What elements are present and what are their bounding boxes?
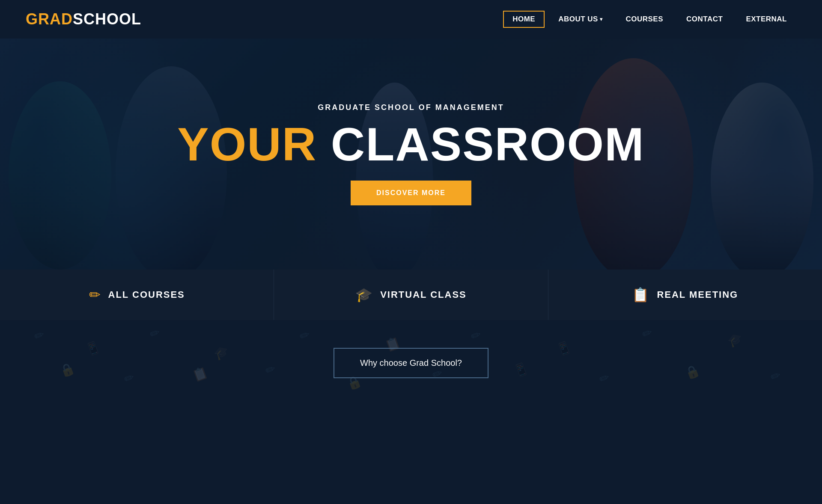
logo-grad: GRAD — [26, 10, 73, 28]
nav-item-about[interactable]: ABOUT US ▾ — [549, 11, 612, 28]
deco-icon-2: 📱 — [83, 339, 102, 358]
graduation-cap-icon: 🎓 — [355, 287, 372, 303]
deco-icon-3: ✏ — [148, 325, 162, 342]
chevron-down-icon: ▾ — [600, 16, 603, 22]
nav-item-external[interactable]: EXTERNAL — [736, 11, 796, 28]
nav-link-courses[interactable]: COURSES — [616, 11, 673, 28]
deco-icon-19: 🔒 — [683, 363, 702, 381]
deco-icon-7: ✏ — [469, 327, 483, 344]
feature-card-virtual-class[interactable]: 🎓 VIRTUAL CLASS — [274, 270, 548, 320]
nav-link-about[interactable]: ABOUT US ▾ — [549, 11, 612, 28]
deco-icon-17: 📱 — [512, 361, 530, 379]
all-courses-label: ALL COURSES — [108, 289, 185, 300]
nav-item-contact[interactable]: CONTACT — [677, 11, 732, 28]
nav-link-external[interactable]: EXTERNAL — [736, 11, 796, 28]
hero-title-classroom: CLASSROOM — [331, 118, 645, 170]
deco-icon-18: ✏ — [597, 370, 611, 387]
navbar: GRAD SCHOOL HOME ABOUT US ▾ COURSES CONT… — [0, 0, 822, 39]
hero-title: YOUR CLASSROOM — [177, 121, 644, 168]
deco-icon-1: ✏ — [32, 327, 46, 344]
deco-icon-5: ✏ — [298, 327, 312, 344]
hero-content: GRADUATE SCHOOL OF MANAGEMENT YOUR CLASS… — [177, 103, 644, 205]
discover-more-button[interactable]: DISCOVER MORE — [351, 181, 471, 205]
logo-school: SCHOOL — [73, 10, 141, 28]
feature-cards-row: ✏ ALL COURSES 🎓 VIRTUAL CLASS 📋 REAL MEE… — [0, 270, 822, 320]
virtual-class-label: VIRTUAL CLASS — [380, 289, 467, 300]
nav-link-home[interactable]: HOME — [503, 11, 545, 28]
site-logo[interactable]: GRAD SCHOOL — [26, 10, 141, 28]
hero-section: GRADUATE SCHOOL OF MANAGEMENT YOUR CLASS… — [0, 39, 822, 270]
deco-icon-10: 🎓 — [726, 331, 745, 349]
why-choose-button[interactable]: Why choose Grad School? — [334, 348, 488, 378]
deco-icon-8: 📱 — [554, 339, 573, 358]
deco-icon-13: 📋 — [191, 365, 209, 383]
nav-item-courses[interactable]: COURSES — [616, 11, 673, 28]
feature-card-all-courses[interactable]: ✏ ALL COURSES — [0, 270, 274, 320]
clipboard-icon: 📋 — [632, 287, 649, 303]
bottom-section: ✏ 📱 ✏ 🎓 ✏ 📋 ✏ 📱 ✏ 🎓 🔒 ✏ 📋 ✏ 🔒 ✏ 📱 ✏ 🔒 ✏ … — [0, 320, 822, 406]
deco-icon-20: ✏ — [768, 368, 783, 385]
nav-link-contact[interactable]: CONTACT — [677, 11, 732, 28]
hero-title-your: YOUR — [177, 118, 317, 170]
deco-icon-4: 🎓 — [212, 344, 231, 362]
real-meeting-label: REAL MEETING — [657, 289, 738, 300]
about-dropdown-container: ABOUT US ▾ — [558, 15, 602, 24]
nav-links: HOME ABOUT US ▾ COURSES CONTACT EXTERNAL — [503, 11, 796, 28]
deco-icon-9: ✏ — [640, 325, 654, 342]
feature-card-real-meeting[interactable]: 📋 REAL MEETING — [548, 270, 822, 320]
deco-icon-12: ✏ — [122, 370, 136, 387]
nav-item-home[interactable]: HOME — [503, 11, 545, 28]
pencil-icon: ✏ — [89, 287, 101, 303]
deco-icon-14: ✏ — [263, 362, 277, 378]
deco-icon-11: 🔒 — [58, 361, 77, 379]
hero-subtitle: GRADUATE SCHOOL OF MANAGEMENT — [318, 103, 504, 112]
